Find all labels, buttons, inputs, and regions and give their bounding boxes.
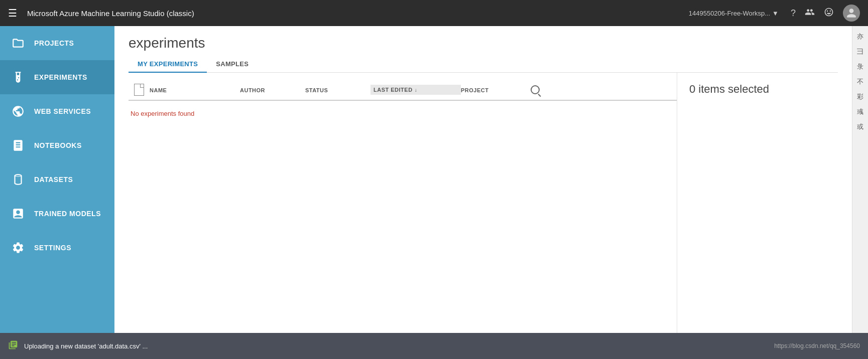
right-edge-item-2[interactable]: 彐	[852, 45, 868, 58]
right-edge-item-7[interactable]: 或	[852, 120, 868, 133]
content-header: experiments MY EXPERIMENTS SAMPLES	[114, 26, 852, 73]
empty-message: No experiments found	[129, 101, 677, 126]
col-name-header[interactable]: NAME	[150, 85, 240, 94]
col-edited-header[interactable]: LAST EDITED ↓	[370, 85, 461, 95]
web-services-label: WEB SERVICES	[34, 107, 91, 115]
right-edge-item-5[interactable]: 彩	[852, 90, 868, 103]
tab-samples[interactable]: SAMPLES	[207, 56, 258, 73]
topbar-icons: ?	[791, 5, 860, 22]
sidebar-item-settings[interactable]: SETTINGS	[0, 231, 114, 265]
web-services-icon	[10, 103, 26, 119]
search-icon[interactable]	[531, 85, 540, 94]
col-status-header[interactable]: STATUS	[305, 85, 370, 94]
sort-arrow-icon: ↓	[415, 87, 417, 93]
statusbar-message: Uploading a new dataset 'adult.data.csv'…	[24, 342, 148, 350]
col-project-header[interactable]: PROJECT	[461, 85, 526, 94]
experiments-table: NAME AUTHOR STATUS LAST EDITED ↓ PROJECT	[129, 73, 677, 333]
experiments-label: EXPERIMENTS	[34, 73, 87, 81]
datasets-label: DATASETS	[34, 175, 73, 184]
statusbar-progress-icon	[8, 340, 18, 352]
statusbar: Uploading a new dataset 'adult.data.csv'…	[0, 333, 868, 359]
users-icon[interactable]	[805, 7, 815, 20]
projects-icon	[10, 35, 26, 51]
sidebar-item-notebooks[interactable]: NOTEBOOKS	[0, 128, 114, 162]
table-area: NAME AUTHOR STATUS LAST EDITED ↓ PROJECT	[129, 73, 838, 333]
notebooks-icon	[10, 137, 26, 153]
page-title: experiments	[129, 35, 838, 51]
trained-models-icon	[10, 206, 26, 222]
help-icon[interactable]: ?	[791, 8, 796, 19]
table-header: NAME AUTHOR STATUS LAST EDITED ↓ PROJECT	[129, 79, 677, 101]
sidebar-item-web-services[interactable]: WEB SERVICES	[0, 94, 114, 128]
col-search-header[interactable]	[526, 85, 544, 94]
right-edge-item-1[interactable]: 亦	[852, 30, 868, 43]
sidebar-item-datasets[interactable]: DATASETS	[0, 162, 114, 197]
workspace-selector[interactable]: 1449550206-Free-Worksp... ▼	[689, 10, 779, 17]
projects-label: PROJECTS	[34, 39, 74, 47]
workspace-name: 1449550206-Free-Worksp...	[689, 10, 770, 17]
right-edge-item-4[interactable]: 不	[852, 75, 868, 88]
col-author-header[interactable]: AUTHOR	[240, 85, 305, 94]
datasets-icon	[10, 171, 26, 188]
right-edge-panel: 亦 彐 彔 不 彩 彧 或	[852, 26, 868, 333]
tabs-bar: MY EXPERIMENTS SAMPLES	[129, 56, 838, 73]
right-edge-item-6[interactable]: 彧	[852, 105, 868, 118]
main-layout: PROJECTS EXPERIMENTS WEB SERVICES NOTEBO…	[0, 26, 868, 333]
sidebar-item-trained-models[interactable]: TRAINED MODELS	[0, 197, 114, 231]
experiments-icon	[10, 69, 26, 85]
settings-label: SETTINGS	[34, 244, 71, 252]
document-icon	[134, 84, 144, 96]
content-area: experiments MY EXPERIMENTS SAMPLES NAME …	[114, 26, 852, 333]
workspace-dropdown-icon: ▼	[772, 10, 779, 17]
sidebar-item-experiments[interactable]: EXPERIMENTS	[0, 60, 114, 94]
notebooks-label: NOTEBOOKS	[34, 141, 82, 149]
statusbar-url: https://blog.csdn.net/qq_354560	[774, 342, 860, 349]
col-check	[129, 84, 150, 96]
items-selected-count: 0 items selected	[689, 83, 826, 96]
trained-models-label: TRAINED MODELS	[34, 210, 101, 218]
feedback-icon[interactable]	[824, 7, 834, 20]
tab-my-experiments[interactable]: MY EXPERIMENTS	[129, 56, 207, 73]
sidebar-item-projects[interactable]: PROJECTS	[0, 26, 114, 60]
settings-icon	[10, 240, 26, 256]
hamburger-menu[interactable]: ☰	[8, 7, 17, 19]
user-avatar[interactable]	[843, 5, 860, 22]
right-edge-item-3[interactable]: 彔	[852, 60, 868, 73]
detail-panel: 0 items selected	[677, 73, 838, 333]
topbar: ☰ Microsoft Azure Machine Learning Studi…	[0, 0, 868, 26]
sidebar: PROJECTS EXPERIMENTS WEB SERVICES NOTEBO…	[0, 26, 114, 333]
app-title: Microsoft Azure Machine Learning Studio …	[27, 9, 683, 18]
